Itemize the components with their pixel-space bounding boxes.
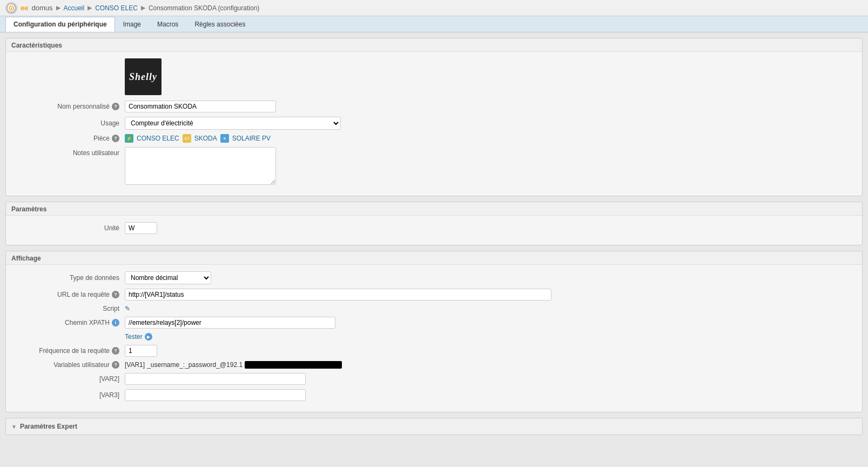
chemin-xpath-label: Chemin XPATH i	[17, 319, 125, 326]
row-script: Script ✎	[17, 305, 851, 312]
section-affichage-body: Type de données Nombre décimal URL de la…	[6, 265, 862, 412]
shelly-logo: Shelly	[125, 58, 162, 95]
arrow-3: ▶	[141, 4, 145, 11]
svg-point-2	[11, 7, 12, 9]
notes-label: Notes utilisateur	[17, 147, 125, 157]
nom-input[interactable]	[125, 101, 276, 112]
breadcrumb-current: Consommation SKODA (configuration)	[149, 4, 259, 12]
row-usage: Usage Compteur d'électricité	[17, 117, 851, 130]
logo-domus: domus	[31, 4, 52, 12]
variables-help-icon[interactable]: ?	[112, 361, 119, 369]
nom-help-icon[interactable]: ?	[112, 103, 119, 110]
var1-text-value: _username_:_password_@192.1	[147, 361, 243, 369]
rooms-container: ⚡ CONSO ELEC 🏷 SKODA ☀ SOLAIRE PV	[125, 134, 271, 143]
play-icon: ▶	[145, 333, 152, 341]
room-link-conso-elec[interactable]: CONSO ELEC	[137, 135, 179, 142]
row-var3: [VAR3]	[17, 389, 851, 401]
section-caracteristiques: Caractéristiques Shelly Nom personnalisé…	[5, 38, 863, 196]
var3-label: [VAR3]	[99, 391, 119, 399]
room-link-skoda[interactable]: SKODA	[194, 135, 217, 142]
row-unite: Unité	[17, 222, 851, 234]
var3-input[interactable]	[125, 389, 306, 401]
section-affichage-title: Affichage	[6, 251, 862, 265]
room-icon-conso: ⚡	[125, 134, 133, 143]
variables-label: Variables utilisateur ?	[17, 361, 125, 369]
shelly-brand-text: Shelly	[129, 71, 157, 83]
breadcrumb-accueil[interactable]: Accueil	[64, 4, 85, 12]
breadcrumb-conso-elec[interactable]: CONSO ELEC	[95, 4, 138, 12]
arrow-1: ▶	[56, 4, 60, 11]
tabbar: Configuration du périphérique Image Macr…	[0, 16, 868, 32]
unite-label: Unité	[17, 224, 125, 232]
row-notes: Notes utilisateur	[17, 147, 851, 185]
row-var1: Variables utilisateur ? [VAR1] _username…	[17, 361, 851, 369]
parametres-expert-title: Paramètres Expert	[20, 423, 77, 430]
script-edit-link[interactable]: ✎	[125, 305, 130, 312]
var2-input[interactable]	[125, 373, 306, 385]
var3-label-cell: [VAR3]	[17, 391, 125, 399]
usage-select[interactable]: Compteur d'électricité	[125, 117, 341, 130]
piece-help-icon[interactable]: ?	[112, 135, 119, 142]
chemin-xpath-input[interactable]	[125, 317, 335, 329]
piece-label: Pièce ?	[17, 135, 125, 142]
room-icon-solaire: ☀	[220, 134, 229, 143]
row-frequence: Fréquence de la requête ?	[17, 345, 851, 357]
row-type-donnees: Type de données Nombre décimal	[17, 271, 851, 284]
script-label: Script	[17, 305, 125, 312]
main-content: Caractéristiques Shelly Nom personnalisé…	[0, 32, 868, 441]
var1-container: [VAR1] _username_:_password_@192.1	[125, 361, 342, 369]
edit-icon: ✎	[125, 305, 130, 312]
var2-label-cell: [VAR2]	[17, 375, 125, 383]
section-caracteristiques-body: Shelly Nom personnalisé ? Usage Compteur…	[6, 52, 862, 196]
room-link-solaire-pv[interactable]: SOLAIRE PV	[232, 135, 271, 142]
type-donnees-select[interactable]: Nombre décimal	[125, 271, 211, 284]
tab-configuration[interactable]: Configuration du périphérique	[5, 17, 115, 32]
section-parametres: Paramètres Unité	[5, 202, 863, 245]
url-requete-label: URL de la requête ?	[17, 291, 125, 298]
section-parametres-title: Paramètres	[6, 202, 862, 216]
section-affichage: Affichage Type de données Nombre décimal…	[5, 251, 863, 412]
logo-ee: ee	[21, 4, 28, 12]
usage-label: Usage	[17, 119, 125, 127]
row-piece: Pièce ? ⚡ CONSO ELEC 🏷 SKODA ☀ SOLAIRE P…	[17, 134, 851, 143]
section-parametres-expert[interactable]: ▼ Paramètres Expert	[5, 418, 863, 435]
var1-redacted	[245, 361, 342, 369]
nom-label: Nom personnalisé ?	[17, 103, 125, 110]
arrow-2: ▶	[88, 4, 92, 11]
tab-image[interactable]: Image	[115, 17, 149, 32]
chevron-down-icon: ▼	[11, 424, 17, 430]
topbar: eedomus ▶ Accueil ▶ CONSO ELEC ▶ Consomm…	[0, 0, 868, 16]
row-tester: Tester ▶	[17, 333, 851, 341]
type-donnees-label: Type de données	[17, 274, 125, 282]
room-icon-skoda: 🏷	[183, 134, 191, 143]
tester-link[interactable]: Tester ▶	[125, 333, 152, 341]
section-caracteristiques-title: Caractéristiques	[6, 38, 862, 52]
row-var2: [VAR2]	[17, 373, 851, 385]
var1-label: [VAR1]	[125, 361, 145, 369]
chemin-xpath-info-icon[interactable]: i	[112, 319, 119, 326]
frequence-label: Fréquence de la requête ?	[17, 347, 125, 355]
section-parametres-body: Unité	[6, 216, 862, 245]
row-nom: Nom personnalisé ?	[17, 101, 851, 112]
frequence-input[interactable]	[125, 345, 157, 357]
row-chemin-xpath: Chemin XPATH i	[17, 317, 851, 329]
url-requete-input[interactable]	[125, 289, 551, 301]
notes-textarea[interactable]	[125, 147, 276, 185]
unite-input[interactable]	[125, 222, 157, 234]
tab-macros[interactable]: Macros	[149, 17, 186, 32]
url-requete-help-icon[interactable]: ?	[112, 291, 119, 298]
tester-text: Tester	[125, 333, 143, 341]
logo-icon	[5, 2, 17, 14]
tab-rules[interactable]: Règles associées	[186, 17, 253, 32]
row-url-requete: URL de la requête ?	[17, 289, 851, 301]
frequence-help-icon[interactable]: ?	[112, 347, 119, 355]
var2-label: [VAR2]	[99, 375, 119, 383]
